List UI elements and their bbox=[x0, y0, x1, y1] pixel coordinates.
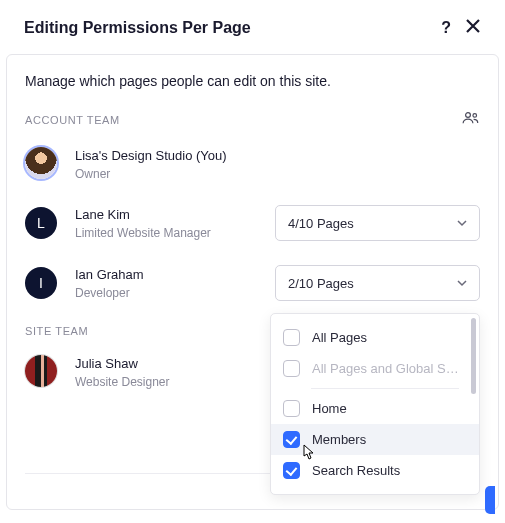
dropdown-value: 4/10 Pages bbox=[288, 216, 354, 231]
dropdown-option-home[interactable]: Home bbox=[271, 393, 479, 424]
svg-point-1 bbox=[473, 114, 477, 118]
option-label: Search Results bbox=[312, 463, 400, 478]
checkbox[interactable] bbox=[283, 360, 300, 377]
member-info: Ian Graham Developer bbox=[75, 266, 275, 300]
member-info: Lisa's Design Studio (You) Owner bbox=[75, 147, 480, 181]
member-name: Lane Kim bbox=[75, 207, 275, 222]
option-label: All Pages and Global Se… bbox=[312, 361, 462, 376]
member-name: Lisa's Design Studio (You) bbox=[75, 148, 480, 163]
member-row-lane: L Lane Kim Limited Website Manager 4/10 … bbox=[25, 205, 480, 241]
avatar bbox=[25, 355, 57, 387]
svg-point-0 bbox=[466, 113, 471, 118]
chevron-down-icon bbox=[457, 276, 467, 291]
avatar: L bbox=[25, 207, 57, 239]
dropdown-value: 2/10 Pages bbox=[288, 276, 354, 291]
dropdown-option-all-pages-global[interactable]: All Pages and Global Se… bbox=[271, 353, 479, 384]
help-icon[interactable]: ? bbox=[441, 19, 451, 37]
option-label: Members bbox=[312, 432, 366, 447]
account-team-label: ACCOUNT TEAM bbox=[25, 114, 120, 126]
checkbox-checked[interactable] bbox=[283, 431, 300, 448]
close-icon[interactable] bbox=[465, 18, 481, 38]
checkbox-checked[interactable] bbox=[283, 462, 300, 479]
divider bbox=[25, 473, 272, 474]
divider bbox=[311, 388, 459, 389]
member-info: Lane Kim Limited Website Manager bbox=[75, 206, 275, 240]
pages-dropdown-panel: All Pages All Pages and Global Se… Home … bbox=[270, 313, 480, 495]
pages-dropdown-lane[interactable]: 4/10 Pages bbox=[275, 205, 480, 241]
modal-header: Editing Permissions Per Page ? bbox=[0, 0, 505, 54]
option-label: All Pages bbox=[312, 330, 367, 345]
avatar bbox=[25, 147, 57, 179]
people-icon[interactable] bbox=[462, 111, 480, 129]
checkbox[interactable] bbox=[283, 400, 300, 417]
dropdown-option-members[interactable]: Members bbox=[271, 424, 479, 455]
modal-title: Editing Permissions Per Page bbox=[24, 19, 251, 37]
avatar: I bbox=[25, 267, 57, 299]
checkbox[interactable] bbox=[283, 329, 300, 346]
header-actions: ? bbox=[441, 18, 481, 38]
member-row-ian: I Ian Graham Developer 2/10 Pages bbox=[25, 265, 480, 301]
dropdown-option-search-results[interactable]: Search Results bbox=[271, 455, 479, 486]
description-text: Manage which pages people can edit on th… bbox=[25, 73, 480, 89]
primary-button-edge[interactable] bbox=[485, 486, 495, 514]
member-row-owner: Lisa's Design Studio (You) Owner bbox=[25, 147, 480, 181]
permissions-modal: Editing Permissions Per Page ? Manage wh… bbox=[0, 0, 505, 510]
member-name: Ian Graham bbox=[75, 267, 275, 282]
member-role: Developer bbox=[75, 286, 275, 300]
account-team-header: ACCOUNT TEAM bbox=[25, 111, 480, 129]
panel: Manage which pages people can edit on th… bbox=[6, 54, 499, 510]
member-role: Owner bbox=[75, 167, 480, 181]
chevron-down-icon bbox=[457, 216, 467, 231]
pages-dropdown-ian[interactable]: 2/10 Pages bbox=[275, 265, 480, 301]
dropdown-option-all-pages[interactable]: All Pages bbox=[271, 322, 479, 353]
member-role: Limited Website Manager bbox=[75, 226, 275, 240]
option-label: Home bbox=[312, 401, 347, 416]
